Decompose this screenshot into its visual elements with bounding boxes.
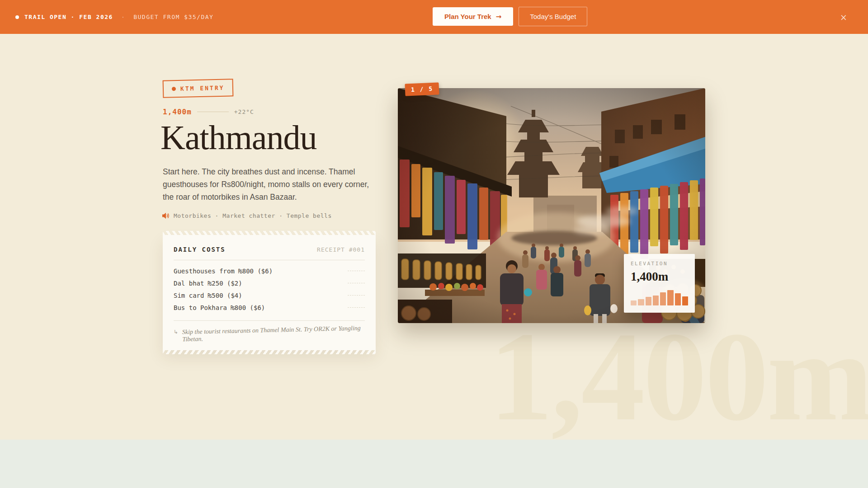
hero-description: Start here. The city breathes dust and i…: [163, 165, 381, 203]
elevation-watermark: 1,400m: [489, 316, 868, 437]
daily-costs-receipt: DAILY COSTS RECEIPT #001 Guesthouses fro…: [163, 235, 376, 350]
arrow-right-icon: →: [496, 13, 502, 21]
speaker-icon[interactable]: [162, 212, 170, 219]
close-icon[interactable]: ×: [840, 0, 847, 34]
elevation-chart: [631, 289, 688, 305]
footer-strip: [0, 440, 868, 488]
receipt-row: Guesthouses from ₨800 ($6): [174, 265, 365, 277]
receipt-item-label: Guesthouses from ₨800 ($6): [174, 267, 273, 275]
receipt-tip-text: Skip the tourist restaurants on Thamel M…: [182, 324, 365, 343]
receipt-row: Bus to Pokhara ₨800 ($6): [174, 301, 365, 314]
elevation-bar: [660, 292, 666, 305]
elevation-card-label: ELEVATION: [631, 261, 688, 267]
elevation-bar: [638, 299, 644, 305]
elevation-bar: [653, 296, 659, 305]
elevation-card: ELEVATION 1,400m: [624, 254, 695, 313]
trail-status-text: TRAIL OPEN · FEB 2026: [24, 14, 113, 20]
receipt-divider: [174, 260, 365, 260]
elevation-bar: [667, 290, 673, 305]
gallery-counter-badge[interactable]: 1 / 5: [405, 82, 439, 96]
elevation-bar: [646, 297, 651, 305]
banner-status-group: TRAIL OPEN · FEB 2026 · BUDGET FROM $35/…: [15, 0, 213, 34]
elevation-stat: 1,400m: [163, 108, 192, 116]
ktm-entry-badge: KTM ENTRY: [163, 79, 234, 98]
temperature-stat: +22°C: [234, 108, 254, 115]
receipt-title: DAILY COSTS: [174, 246, 226, 253]
top-banner: TRAIL OPEN · FEB 2026 · BUDGET FROM $35/…: [0, 0, 868, 34]
plan-your-trek-button[interactable]: Plan Your Trek →: [433, 7, 513, 26]
receipt-row-dash: [348, 271, 365, 271]
banner-separator: ·: [121, 14, 125, 20]
plan-your-trek-label: Plan Your Trek: [444, 13, 491, 20]
elevation-bar: [631, 300, 637, 305]
page: 1,400m TRAIL OPEN · FEB 2026 · BUDGET FR…: [0, 0, 868, 488]
status-dot-icon: [15, 15, 19, 19]
banner-buttons: Plan Your Trek → Today's Budget: [433, 7, 587, 26]
receipt-header: DAILY COSTS RECEIPT #001: [174, 246, 365, 253]
receipt-tip-note: ↳ Skip the tourist restaurants on Thamel…: [174, 324, 365, 343]
hero-stats: 1,400m +22°C: [163, 108, 254, 116]
receipt-item-label: Sim card ₨500 ($4): [174, 292, 242, 299]
receipt-number: RECEIPT #001: [317, 246, 365, 253]
receipt-divider: [174, 320, 365, 321]
receipt-item-label: Dal bhat ₨250 ($2): [174, 280, 242, 287]
elevation-card-value: 1,400m: [631, 270, 688, 284]
budget-text: BUDGET FROM $35/DAY: [133, 14, 213, 20]
receipt-row: Sim card ₨500 ($4): [174, 289, 365, 301]
gallery-figure: 1 / 5 ELEVATION 1,400m: [398, 88, 705, 323]
ambient-sounds-row: Motorbikes · Market chatter · Temple bel…: [162, 212, 332, 219]
receipt-row-dash: [348, 295, 365, 296]
elevation-bar: [675, 293, 681, 305]
receipt-row: Dal bhat ₨250 ($2): [174, 277, 365, 289]
elevation-bar: [682, 296, 688, 305]
page-title: Kathmandu: [160, 120, 317, 155]
badge-dot-icon: [172, 87, 176, 91]
todays-budget-button[interactable]: Today's Budget: [519, 7, 587, 26]
return-arrow-icon: ↳: [174, 329, 179, 343]
ambient-sounds-text: Motorbikes · Market chatter · Temple bel…: [174, 212, 332, 219]
stat-divider-line: [197, 112, 229, 112]
ktm-entry-label: KTM ENTRY: [180, 84, 225, 92]
receipt-item-label: Bus to Pokhara ₨800 ($6): [174, 304, 265, 311]
receipt-row-dash: [348, 283, 365, 283]
receipt-row-dash: [348, 307, 365, 308]
